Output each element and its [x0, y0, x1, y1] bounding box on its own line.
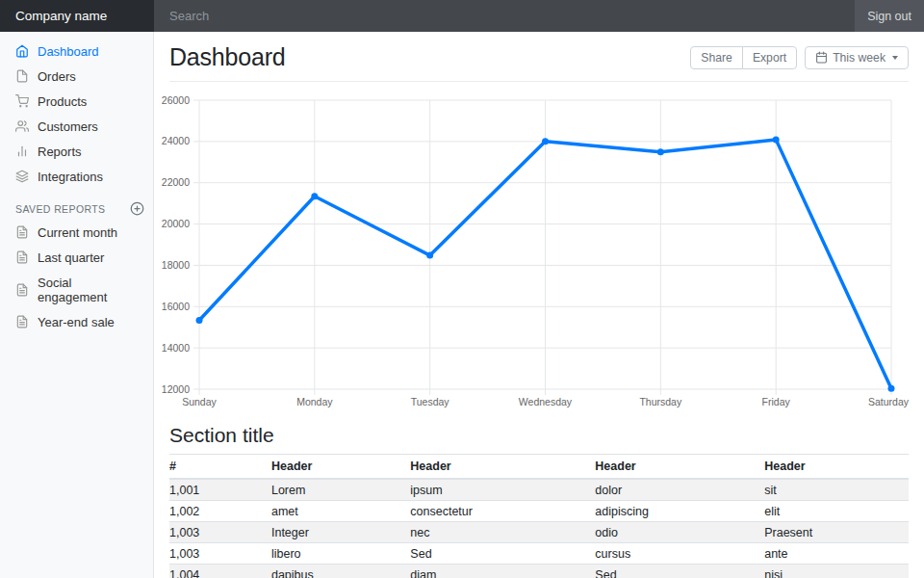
table-cell: adipiscing [595, 501, 764, 522]
sidebar-item-label: Current month [38, 225, 117, 240]
layers-icon [15, 170, 29, 183]
home-icon [15, 44, 29, 58]
table-row: 1,001Loremipsumdolorsit [169, 479, 909, 501]
data-table: #HeaderHeaderHeaderHeader 1,001Loremipsu… [169, 454, 909, 578]
table-cell: 1,002 [169, 501, 271, 522]
sidebar-item-customers[interactable]: Customers [0, 114, 154, 139]
period-dropdown-button[interactable]: This week [805, 46, 909, 69]
sign-out-button[interactable]: Sign out [855, 0, 924, 32]
svg-text:16000: 16000 [162, 301, 190, 312]
svg-text:14000: 14000 [162, 342, 190, 354]
table-cell: sit [764, 479, 909, 501]
sidebar-item-label: Social engagement [38, 276, 139, 304]
sidebar: DashboardOrdersProductsCustomersReportsI… [0, 32, 154, 578]
table-cell: consectetur [410, 501, 595, 522]
table-cell: cursus [595, 543, 764, 565]
column-header: Header [595, 455, 764, 480]
sidebar-item-social-engagement[interactable]: Social engagement [0, 270, 154, 309]
calendar-icon [815, 51, 828, 64]
shopping-cart-icon [15, 94, 29, 108]
table-cell: Sed [410, 543, 595, 565]
svg-text:22000: 22000 [162, 176, 190, 188]
svg-text:Friday: Friday [762, 396, 791, 407]
section-title: Section title [169, 424, 909, 447]
svg-text:Thursday: Thursday [639, 396, 682, 407]
sidebar-item-orders[interactable]: Orders [0, 64, 154, 89]
table-cell: elit [764, 501, 909, 522]
table-row: 1,002ametconsecteturadipiscingelit [169, 501, 909, 522]
period-label: This week [833, 51, 886, 65]
sidebar-item-dashboard[interactable]: Dashboard [0, 39, 154, 64]
table-cell: 1,001 [169, 479, 271, 501]
export-button[interactable]: Export [742, 46, 797, 69]
sidebar-item-label: Products [38, 94, 87, 109]
file-text-icon [15, 225, 29, 239]
brand[interactable]: Company name [0, 0, 154, 32]
svg-text:Sunday: Sunday [182, 396, 217, 407]
table-cell: 1,003 [169, 543, 271, 565]
table-cell: Praesent [764, 522, 909, 543]
file-icon [15, 69, 29, 83]
sidebar-item-label: Year-end sale [38, 315, 115, 329]
table-cell: Sed [595, 565, 764, 578]
saved-reports-nav: Current monthLast quarterSocial engageme… [0, 220, 154, 334]
toolbar: Share Export This week [690, 46, 909, 69]
sidebar-item-reports[interactable]: Reports [0, 139, 154, 164]
search-input[interactable] [154, 0, 855, 32]
table-header-row: #HeaderHeaderHeaderHeader [169, 455, 909, 480]
share-button[interactable]: Share [690, 46, 743, 69]
table-cell: Lorem [271, 479, 410, 501]
svg-text:12000: 12000 [162, 383, 190, 395]
svg-text:Tuesday: Tuesday [411, 396, 450, 407]
top-navbar: Company name Sign out [0, 0, 924, 32]
page-header: Dashboard Share Export This week [169, 32, 909, 82]
sidebar-item-label: Reports [38, 144, 82, 159]
table-cell: 1,004 [169, 565, 271, 578]
table-cell: odio [595, 522, 764, 543]
sidebar-item-year-end-sale[interactable]: Year-end sale [0, 309, 154, 334]
table-cell: 1,003 [169, 522, 271, 543]
bar-chart-icon [15, 144, 29, 158]
file-text-icon [15, 283, 29, 297]
chevron-down-icon [892, 56, 898, 60]
table-row: 1,003liberoSedcursusante [169, 543, 909, 565]
sidebar-item-current-month[interactable]: Current month [0, 220, 154, 245]
sidebar-item-label: Integrations [38, 170, 103, 184]
table-cell: dapibus [271, 565, 410, 578]
table-row: 1,004dapibusdiamSednisi [169, 565, 909, 578]
table-cell: nec [410, 522, 595, 543]
svg-text:24000: 24000 [162, 135, 190, 146]
share-export-group: Share Export [690, 46, 797, 69]
sidebar-item-integrations[interactable]: Integrations [0, 164, 154, 189]
page-title: Dashboard [169, 43, 286, 71]
svg-text:Monday: Monday [296, 396, 333, 407]
users-icon [15, 119, 29, 133]
table-cell: libero [271, 543, 410, 565]
svg-text:20000: 20000 [162, 218, 190, 229]
column-header: Header [410, 455, 595, 480]
sidebar-item-products[interactable]: Products [0, 89, 154, 114]
plus-circle-icon[interactable] [130, 201, 144, 216]
table-row: 1,003IntegernecodioPraesent [169, 522, 909, 543]
column-header: Header [764, 455, 909, 480]
sidebar-item-label: Last quarter [38, 250, 104, 265]
saved-reports-heading: Saved reports [0, 189, 154, 220]
table-cell: nisi [764, 565, 909, 578]
table-cell: ante [764, 543, 909, 565]
file-text-icon [15, 250, 29, 264]
column-header: # [169, 455, 271, 480]
table-cell: amet [271, 501, 410, 522]
main-content: Dashboard Share Export This week 1200014… [154, 32, 924, 578]
sidebar-item-last-quarter[interactable]: Last quarter [0, 245, 154, 270]
table-cell: ipsum [410, 479, 595, 501]
saved-reports-label: Saved reports [15, 203, 106, 215]
sidebar-nav: DashboardOrdersProductsCustomersReportsI… [0, 39, 154, 189]
sidebar-item-label: Dashboard [38, 44, 99, 59]
svg-text:Wednesday: Wednesday [519, 396, 573, 407]
svg-text:26000: 26000 [162, 94, 190, 106]
table-cell: Integer [271, 522, 410, 543]
table-cell: diam [410, 565, 595, 578]
svg-text:18000: 18000 [162, 259, 190, 271]
sidebar-item-label: Customers [38, 119, 98, 134]
sidebar-item-label: Orders [38, 69, 76, 84]
